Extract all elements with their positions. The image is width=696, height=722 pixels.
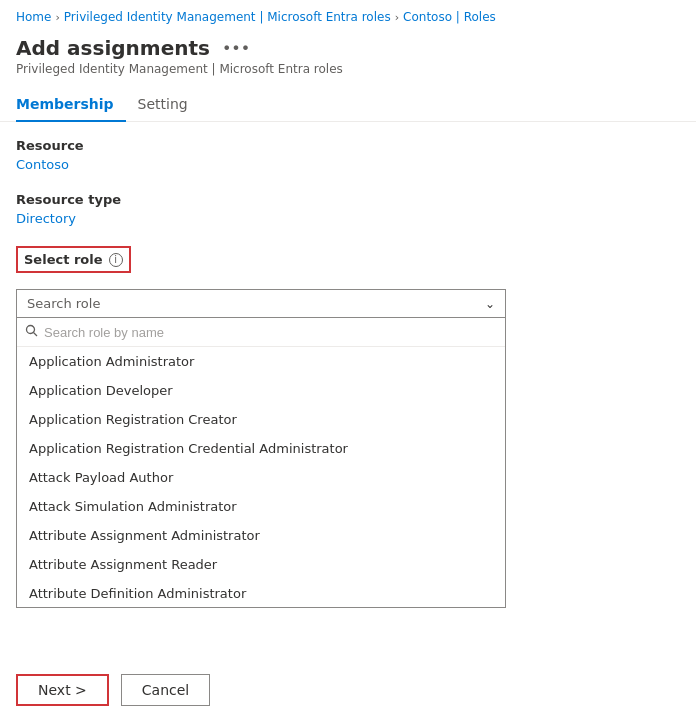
next-button[interactable]: Next > xyxy=(16,674,109,706)
role-list-item[interactable]: Application Registration Credential Admi… xyxy=(17,434,505,463)
role-list-item[interactable]: Attribute Assignment Administrator xyxy=(17,521,505,550)
breadcrumb: Home › Privileged Identity Management | … xyxy=(0,0,696,32)
content-area: Resource Contoso Resource type Directory… xyxy=(0,138,696,608)
role-list-item[interactable]: Attribute Definition Administrator xyxy=(17,579,505,607)
role-list-item[interactable]: Attack Payload Author xyxy=(17,463,505,492)
tab-membership[interactable]: Membership xyxy=(16,88,126,122)
svg-line-1 xyxy=(34,333,38,337)
select-role-info-icon[interactable]: i xyxy=(109,253,123,267)
svg-point-0 xyxy=(27,326,35,334)
resource-value[interactable]: Contoso xyxy=(16,157,680,172)
role-list-item[interactable]: Application Registration Creator xyxy=(17,405,505,434)
page-wrapper: Home › Privileged Identity Management | … xyxy=(0,0,696,722)
search-icon xyxy=(25,324,38,340)
breadcrumb-home[interactable]: Home xyxy=(16,10,51,24)
role-list-item[interactable]: Application Administrator xyxy=(17,347,505,376)
more-options-icon[interactable]: ••• xyxy=(218,37,254,60)
breadcrumb-separator-2: › xyxy=(395,11,399,24)
resource-type-value[interactable]: Directory xyxy=(16,211,680,226)
cancel-button[interactable]: Cancel xyxy=(121,674,210,706)
search-row xyxy=(17,318,505,347)
dropdown-placeholder-text: Search role xyxy=(27,296,100,311)
breadcrumb-separator-1: › xyxy=(55,11,59,24)
tab-setting[interactable]: Setting xyxy=(126,88,200,122)
select-role-dropdown-container: Search role ⌄ Ap xyxy=(16,289,506,608)
breadcrumb-contoso-roles[interactable]: Contoso | Roles xyxy=(403,10,496,24)
select-role-dropdown-panel: Application AdministratorApplication Dev… xyxy=(16,318,506,608)
resource-type-section: Resource type Directory xyxy=(16,192,680,226)
select-role-dropdown-trigger[interactable]: Search role ⌄ xyxy=(16,289,506,318)
select-role-label-row: Select role i xyxy=(16,246,131,273)
search-role-input[interactable] xyxy=(44,325,497,340)
tabs-container: Membership Setting xyxy=(0,88,696,122)
select-role-label: Select role xyxy=(24,252,103,267)
role-list: Application AdministratorApplication Dev… xyxy=(17,347,505,607)
breadcrumb-pim[interactable]: Privileged Identity Management | Microso… xyxy=(64,10,391,24)
role-list-item[interactable]: Attack Simulation Administrator xyxy=(17,492,505,521)
chevron-down-icon: ⌄ xyxy=(485,297,495,311)
role-list-item[interactable]: Attribute Assignment Reader xyxy=(17,550,505,579)
button-row: Next > Cancel xyxy=(0,658,696,722)
page-subtitle: Privileged Identity Management | Microso… xyxy=(16,62,680,76)
resource-section: Resource Contoso xyxy=(16,138,680,172)
resource-type-label: Resource type xyxy=(16,192,680,207)
resource-label: Resource xyxy=(16,138,680,153)
page-title: Add assignments xyxy=(16,36,210,60)
role-list-item[interactable]: Application Developer xyxy=(17,376,505,405)
page-header: Add assignments ••• Privileged Identity … xyxy=(0,32,696,88)
